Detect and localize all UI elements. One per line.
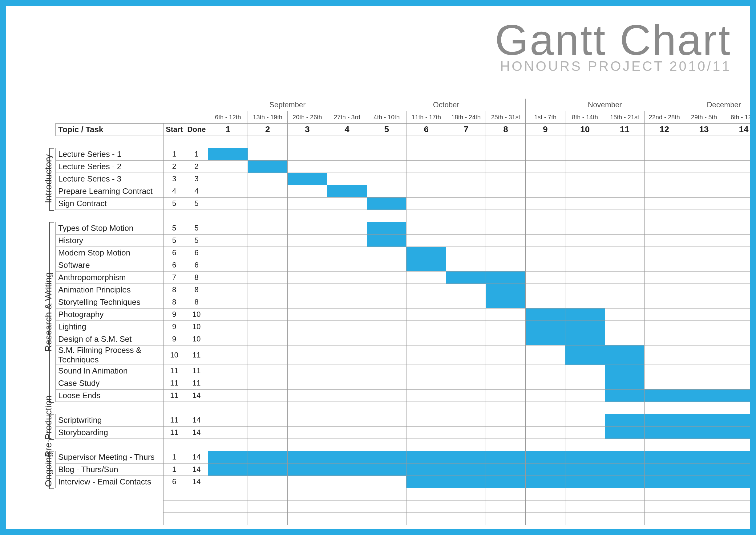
gantt-cell: [327, 271, 367, 284]
gantt-cell: [644, 284, 684, 296]
gantt-cell: [526, 345, 565, 365]
month-header: December: [684, 99, 756, 111]
table-row: Prepare Learning Contract44: [56, 185, 756, 197]
gantt-cell: [327, 197, 367, 210]
task-name: Storytelling Techniques: [56, 296, 164, 308]
gantt-cell: [486, 222, 526, 234]
gantt-cell: [684, 234, 724, 246]
gantt-cell: [248, 296, 288, 308]
gantt-cell: [327, 185, 367, 197]
gantt-cell: [248, 389, 288, 402]
task-start: 1: [164, 148, 185, 160]
spacer-row: [56, 438, 756, 451]
gantt-cell: [248, 234, 288, 246]
gantt-cell: [526, 308, 565, 321]
gantt-cell: [684, 271, 724, 284]
task-start: 8: [164, 284, 185, 296]
gantt-cell: [724, 284, 756, 296]
week-number: 8: [486, 123, 526, 136]
gantt-cell: [367, 148, 407, 160]
task-done: 5: [185, 222, 208, 234]
gantt-cell: [644, 463, 684, 475]
table-row: S.M. Filming Process & Techniques1011: [56, 345, 756, 365]
gantt-cell: [565, 426, 605, 438]
section-label: Introductory: [43, 155, 54, 203]
gantt-cell: [724, 475, 756, 488]
gantt-cell: [288, 475, 327, 488]
gantt-cell: [605, 271, 644, 284]
gantt-cell: [327, 414, 367, 426]
gantt-cell: [446, 463, 486, 475]
gantt-cell: [526, 321, 565, 333]
week-number: 1: [208, 123, 248, 136]
gantt-cell: [644, 414, 684, 426]
gantt-cell: [208, 365, 248, 377]
gantt-cell: [288, 148, 327, 160]
gantt-cell: [446, 389, 486, 402]
gantt-cell: [208, 389, 248, 402]
gantt-cell: [367, 259, 407, 271]
task-done: 14: [185, 475, 208, 488]
task-start: 11: [164, 426, 185, 438]
table-row: Blog - Thurs/Sun114: [56, 463, 756, 475]
gantt-cell: [486, 271, 526, 284]
task-name: Anthropomorphism: [56, 271, 164, 284]
gantt-cell: [486, 246, 526, 259]
gantt-cell: [288, 463, 327, 475]
task-name: Lecture Series - 2: [56, 160, 164, 173]
gantt-cell: [446, 246, 486, 259]
task-start: 9: [164, 321, 185, 333]
gantt-cell: [684, 389, 724, 402]
task-name: Supervisor Meeting - Thurs: [56, 451, 164, 463]
section-label: Pre-Production: [43, 395, 54, 457]
gantt-cell: [684, 148, 724, 160]
gantt-cell: [644, 321, 684, 333]
gantt-cell: [724, 308, 756, 321]
gantt-cell: [565, 475, 605, 488]
gantt-cell: [526, 414, 565, 426]
task-done: 14: [185, 414, 208, 426]
gantt-cell: [248, 426, 288, 438]
gantt-cell: [724, 185, 756, 197]
task-start: 7: [164, 271, 185, 284]
gantt-cell: [486, 463, 526, 475]
gantt-cell: [446, 296, 486, 308]
gantt-cell: [407, 296, 446, 308]
gantt-cell: [367, 308, 407, 321]
gantt-cell: [526, 284, 565, 296]
gantt-cell: [446, 148, 486, 160]
gantt-cell: [605, 475, 644, 488]
gantt-cell: [644, 308, 684, 321]
gantt-cell: [288, 365, 327, 377]
gantt-cell: [565, 259, 605, 271]
page-frame: Gantt Chart HONOURS PROJECT 2010/11 Intr…: [0, 0, 756, 535]
table-row: Design of a S.M. Set910: [56, 333, 756, 345]
task-done: 10: [185, 321, 208, 333]
task-name: Types of Stop Motion: [56, 222, 164, 234]
week-range: 27th - 3rd: [327, 111, 367, 123]
gantt-cell: [208, 271, 248, 284]
gantt-cell: [208, 451, 248, 463]
gantt-cell: [724, 345, 756, 365]
gantt-cell: [367, 426, 407, 438]
gantt-cell: [367, 160, 407, 173]
gantt-cell: [208, 321, 248, 333]
gantt-cell: [526, 365, 565, 377]
gantt-cell: [288, 234, 327, 246]
week-range: 13th - 19th: [248, 111, 288, 123]
gantt-cell: [208, 463, 248, 475]
gantt-cell: [288, 259, 327, 271]
spacer-row: [56, 500, 756, 513]
week-number: 13: [684, 123, 724, 136]
gantt-cell: [605, 234, 644, 246]
gantt-cell: [367, 197, 407, 210]
gantt-cell: [565, 321, 605, 333]
gantt-cell: [407, 259, 446, 271]
task-name: Prepare Learning Contract: [56, 185, 164, 197]
gantt-cell: [605, 377, 644, 389]
task-start: 11: [164, 365, 185, 377]
week-number: 9: [526, 123, 565, 136]
gantt-cell: [644, 345, 684, 365]
gantt-cell: [644, 475, 684, 488]
gantt-cell: [208, 308, 248, 321]
